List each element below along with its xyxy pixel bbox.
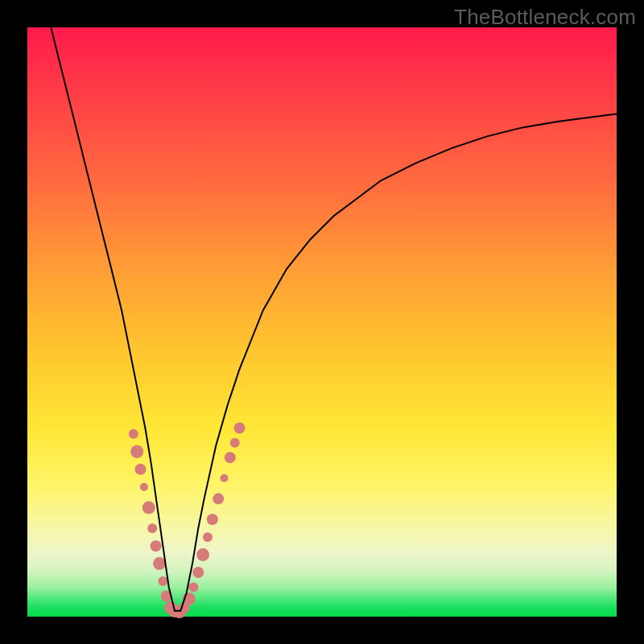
data-bead (225, 452, 236, 463)
data-bead (147, 523, 157, 533)
data-bead (142, 502, 155, 514)
plot-area (27, 27, 617, 617)
data-bead (207, 514, 218, 525)
data-bead (221, 474, 229, 482)
data-bead (129, 429, 138, 439)
data-bead (135, 464, 147, 475)
data-bead (153, 557, 166, 570)
data-bead (158, 576, 167, 586)
data-bead (192, 567, 204, 578)
data-bead (230, 438, 240, 448)
bottleneck-curve (51, 27, 617, 611)
chart-frame: TheBottleneck.com (0, 0, 644, 644)
data-bead (203, 532, 213, 542)
watermark-text: TheBottleneck.com (454, 5, 636, 30)
data-bead (196, 548, 209, 561)
data-bead (213, 493, 224, 505)
data-bead (140, 483, 148, 491)
data-bead (188, 582, 198, 592)
chart-svg (27, 27, 617, 617)
data-bead (151, 540, 162, 551)
data-bead (234, 423, 246, 434)
data-bead (130, 445, 143, 458)
